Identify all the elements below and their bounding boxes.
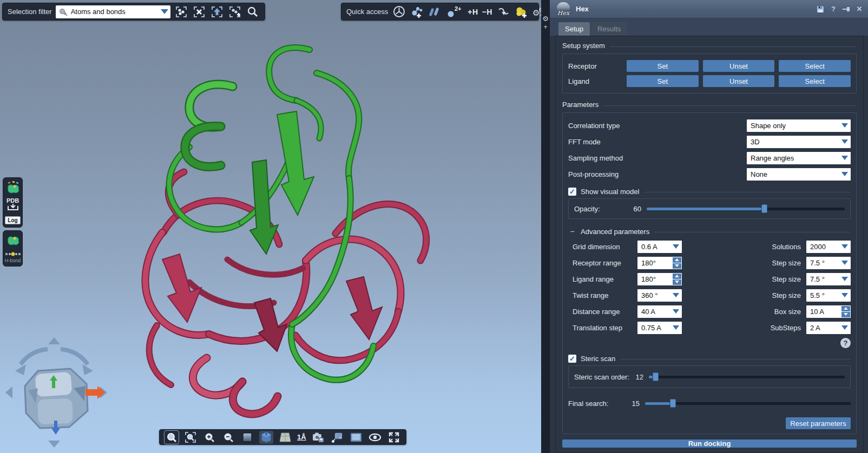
gauge-icon[interactable] (392, 5, 406, 19)
deselect-icon[interactable] (192, 5, 206, 19)
reset-parameters-button[interactable]: Reset parameters (786, 417, 851, 429)
visibility-eye-icon[interactable] (368, 431, 382, 444)
opacity-slider-handle[interactable] (761, 204, 767, 213)
steric-order-slider[interactable] (649, 372, 845, 381)
select-up-icon[interactable] (210, 5, 224, 19)
translation-step-dropdown[interactable]: 0.75 A (637, 322, 682, 334)
steric-scan-checkbox[interactable]: ✓ (568, 355, 576, 363)
correlation-type-dropdown[interactable]: Shape only (747, 119, 851, 132)
twist-range-dropdown[interactable]: 360 ° (637, 289, 682, 302)
orientation-cube-icon[interactable] (259, 431, 273, 444)
spin-down-icon[interactable] (673, 279, 681, 285)
zoom-window-icon[interactable] (165, 431, 179, 444)
close-icon[interactable]: ✕ (855, 5, 864, 14)
show-visual-model-label: Show visual model (581, 188, 639, 196)
add-atoms-icon[interactable] (410, 5, 424, 19)
pdb-download-icon[interactable]: PDB (6, 198, 19, 213)
spin-down-icon[interactable] (841, 312, 850, 317)
navigation-widget[interactable] (4, 336, 110, 449)
steric-order-slider-handle[interactable] (653, 372, 659, 381)
rotate-right-arrow (61, 349, 88, 364)
chevron-down-icon (673, 293, 679, 297)
fullscreen-icon[interactable] (387, 431, 401, 444)
label-note-icon[interactable] (330, 431, 344, 444)
parameters-box: Correlationt type Shape only FFT mode 3D… (562, 112, 857, 434)
zoom-selection-icon[interactable] (246, 5, 260, 19)
hex-logo-icon: Hex (555, 2, 571, 17)
zoom-fit-icon[interactable] (183, 431, 198, 444)
receptor-unset-button[interactable]: Unset (703, 60, 775, 72)
pin-icon[interactable] (842, 5, 851, 14)
ligand-range-spinner[interactable]: 180° (637, 273, 682, 285)
zoom-out-icon[interactable] (221, 431, 235, 444)
opacity-label: Opacity: (574, 205, 626, 213)
receptor-select-button[interactable]: Select (779, 60, 851, 72)
receptor-row: Receptor Set Unset Select (568, 58, 851, 74)
minimize-icon[interactable] (496, 5, 510, 19)
collapse-icon[interactable]: − (568, 227, 576, 236)
final-search-slider[interactable] (645, 399, 851, 408)
show-visual-model-checkbox[interactable]: ✓ (568, 188, 576, 196)
remove-hydrogens-button[interactable]: −H (482, 8, 492, 16)
final-search-slider-handle[interactable] (670, 399, 676, 408)
hbond-icon[interactable]: H-bond (5, 250, 21, 263)
charge-icon[interactable]: 2+ (445, 5, 464, 19)
ligand-select-button[interactable]: Select (779, 75, 851, 87)
add-visual-model-icon[interactable] (514, 5, 528, 19)
zoom-in-icon[interactable] (202, 431, 216, 444)
ligand-step-dropdown[interactable]: 7.5 ° (806, 273, 851, 285)
snapshot-icon[interactable] (311, 431, 325, 444)
twist-step-dropdown[interactable]: 5.5 ° (806, 289, 851, 302)
tab-setup[interactable]: Setup (558, 22, 590, 36)
receptor-range-label: Receptor range (573, 259, 637, 267)
spin-up-icon[interactable] (673, 257, 681, 263)
viewport-3d[interactable]: Selection filter Atoms and bonds (0, 0, 541, 453)
post-processing-dropdown[interactable]: None (747, 168, 851, 181)
solutions-dropdown[interactable]: 2000 (806, 241, 851, 253)
molecule-search-icon (59, 8, 68, 16)
bonds-icon[interactable] (428, 5, 442, 19)
advanced-parameters-label: Advanced parameters (581, 228, 649, 236)
scale-ruler-icon[interactable]: 1Å (297, 433, 306, 441)
receptor-step-dropdown[interactable]: 7.5 ° (806, 257, 851, 269)
grid-dimension-dropdown[interactable]: 0.6 A (637, 241, 682, 253)
help-icon[interactable]: ? (840, 338, 851, 348)
background-icon[interactable] (240, 431, 254, 444)
reset-row: Reset parameters (568, 417, 851, 429)
translation-step-label: Translation step (573, 324, 637, 332)
tab-results[interactable]: Results (591, 22, 627, 36)
save-icon[interactable] (816, 5, 825, 14)
receptor-set-button[interactable]: Set (627, 60, 699, 72)
substeps-dropdown[interactable]: 2 A (806, 322, 851, 334)
ligand-unset-button[interactable]: Unset (703, 75, 775, 87)
log-icon[interactable]: Log (5, 216, 20, 224)
grid-plane-icon[interactable] (278, 431, 292, 444)
molecule-blob-icon[interactable] (5, 181, 21, 195)
fft-mode-dropdown[interactable]: 3D (747, 136, 851, 148)
gear-icon[interactable]: ⚙ (542, 15, 549, 22)
spin-down-icon[interactable] (673, 263, 681, 269)
selection-filter-dropdown[interactable]: Atoms and bonds (56, 5, 170, 18)
sampling-method-dropdown[interactable]: Range angles (747, 152, 851, 164)
view-toolbar: 1Å (159, 429, 406, 445)
spin-up-icon[interactable] (841, 306, 850, 311)
opacity-slider[interactable] (647, 204, 845, 213)
chevron-down-icon (841, 261, 848, 265)
ligand-set-button[interactable]: Set (627, 75, 699, 87)
select-atoms-icon[interactable] (174, 5, 188, 19)
box-size-spinner[interactable]: 10 A (806, 305, 851, 318)
spin-up-icon[interactable] (673, 274, 681, 279)
help-icon[interactable]: ? (829, 5, 838, 14)
panel-lines-icon[interactable] (349, 431, 363, 444)
add-hydrogens-button[interactable]: +H (468, 8, 478, 16)
plus-icon[interactable]: + (543, 23, 548, 30)
molecule-blob2-icon[interactable] (5, 234, 21, 247)
receptor-range-spinner[interactable]: 180° (637, 257, 682, 269)
pan-down-arrow (48, 441, 60, 448)
distance-range-dropdown[interactable]: 40 A (637, 305, 682, 318)
chevron-down-icon (841, 325, 848, 330)
select-add-icon[interactable] (228, 5, 242, 19)
hex-docking-app: Selection filter Atoms and bonds (0, 0, 868, 453)
pan-up-arrow (48, 337, 60, 344)
run-docking-button[interactable]: Run docking (562, 439, 857, 448)
